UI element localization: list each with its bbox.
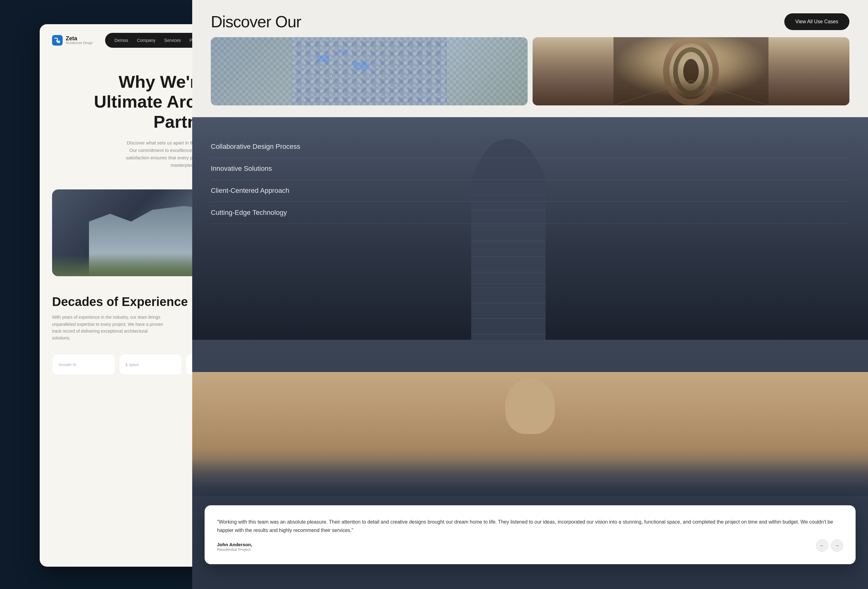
stat-spent: $ spent — [119, 354, 182, 375]
stat-growth: Growth % — [52, 354, 115, 375]
discover-title: Discover Our — [211, 12, 301, 31]
logo-area: Zeta Architecture Design — [52, 35, 93, 46]
discover-header: Discover Our View All Use Cases — [192, 0, 868, 37]
svg-point-15 — [683, 59, 699, 84]
testimonial-next-button[interactable]: → — [831, 539, 843, 552]
svg-point-13 — [666, 40, 716, 102]
nav-company[interactable]: Company — [133, 37, 159, 44]
right-panel-top: Discover Our View All Use Cases — [192, 0, 868, 118]
view-all-button[interactable]: View All Use Cases — [784, 13, 849, 30]
features-overlay: Collaborative Design Process Innovative … — [211, 136, 849, 224]
svg-rect-8 — [316, 56, 329, 62]
feature-item-2: Innovative Solutions — [211, 158, 849, 180]
logo-icon — [52, 35, 63, 46]
svg-rect-12 — [614, 37, 769, 105]
svg-rect-1 — [57, 41, 60, 43]
images-row — [192, 37, 868, 118]
right-panel-mid: Collaborative Design Process Innovative … — [192, 117, 868, 340]
logo-sub: Architecture Design — [66, 41, 93, 45]
aerial-image — [211, 37, 528, 105]
testimonial-card: "Working with this team was an absolute … — [205, 505, 856, 564]
feature-item-1: Collaborative Design Process — [211, 136, 849, 158]
feature-item-4: Cutting-Edge Technology — [211, 202, 849, 224]
logo-name: Zeta — [66, 35, 93, 41]
svg-rect-2 — [292, 37, 447, 105]
feature-item-3: Client-Centered Approach — [211, 180, 849, 202]
person-area — [192, 372, 868, 496]
testimonial-author-area: John Anderson, Residential Project — [217, 542, 843, 552]
corridor-image — [533, 37, 849, 105]
logo-text: Zeta Architecture Design — [66, 35, 93, 45]
right-panel-bottom: "Working with this team was an absolute … — [192, 340, 868, 589]
testimonial-role: Residential Project — [217, 547, 843, 552]
aerial-svg — [211, 37, 528, 105]
svg-line-17 — [691, 81, 769, 105]
corridor-svg — [533, 37, 849, 105]
stat-spent-label: $ spent — [125, 362, 139, 367]
svg-rect-3 — [292, 37, 447, 105]
stat-growth-label: Growth % — [59, 362, 76, 367]
person-image — [192, 372, 868, 496]
nav-demos[interactable]: Demos — [111, 37, 132, 44]
testimonial-nav: ← → — [816, 539, 843, 552]
svg-line-16 — [614, 81, 691, 105]
svg-rect-10 — [354, 62, 369, 70]
experience-description: With years of experience in the industry… — [52, 314, 164, 342]
testimonial-prev-button[interactable]: ← — [816, 539, 828, 552]
svg-rect-11 — [614, 37, 769, 105]
svg-rect-9 — [338, 50, 347, 54]
testimonial-author: John Anderson, — [217, 542, 843, 547]
svg-point-14 — [676, 50, 707, 93]
nav-services[interactable]: Services — [161, 37, 185, 44]
testimonial-text: "Working with this team was an absolute … — [217, 518, 843, 534]
